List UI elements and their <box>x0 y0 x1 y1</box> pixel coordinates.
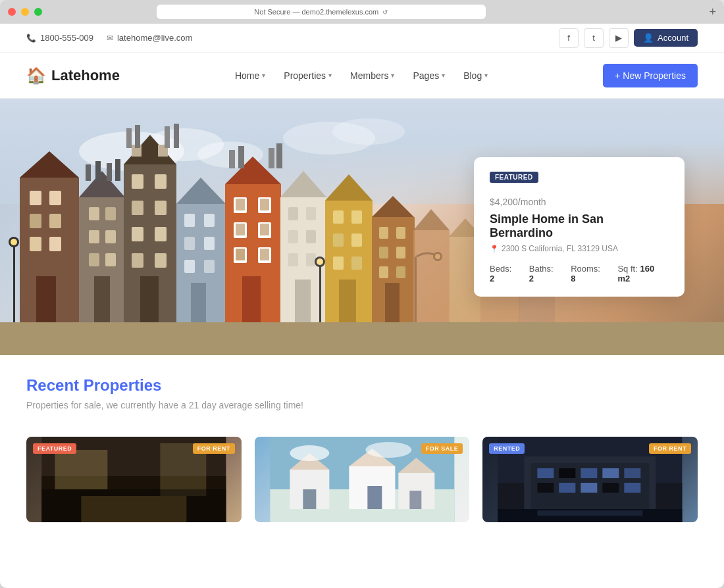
svg-rect-93 <box>339 280 356 322</box>
twitter-button[interactable]: t <box>584 28 604 48</box>
svg-rect-132 <box>409 491 421 509</box>
account-icon: 👤 <box>643 33 654 43</box>
address-text: Not Secure — demo2.themelexus.com <box>254 8 378 16</box>
beds-detail: Beds: 2 <box>490 264 519 283</box>
svg-rect-24 <box>89 253 99 266</box>
property-card-2[interactable]: FOR SALE <box>255 437 470 522</box>
svg-rect-66 <box>260 224 269 235</box>
property-cards-row: FEATURED FOR RENT <box>0 437 724 535</box>
account-button[interactable]: 👤 Account <box>634 29 698 47</box>
youtube-button[interactable]: ▶ <box>609 28 629 48</box>
nav-members[interactable]: Members ▾ <box>350 70 394 81</box>
svg-rect-11 <box>49 214 61 228</box>
account-label: Account <box>658 33 688 43</box>
svg-rect-9 <box>49 191 61 205</box>
svg-rect-62 <box>260 199 269 210</box>
svg-rect-142 <box>603 468 619 478</box>
svg-rect-22 <box>89 230 99 243</box>
svg-rect-74 <box>269 148 274 168</box>
nav-home[interactable]: Home ▾ <box>235 70 265 81</box>
facebook-button[interactable]: f <box>559 28 579 48</box>
svg-rect-80 <box>288 230 298 243</box>
svg-rect-42 <box>155 253 167 268</box>
svg-rect-121 <box>81 496 186 522</box>
svg-rect-100 <box>396 227 405 239</box>
svg-rect-53 <box>204 237 215 250</box>
svg-rect-54 <box>184 260 195 273</box>
email-icon: ✉ <box>107 34 113 43</box>
svg-rect-35 <box>132 174 143 189</box>
svg-rect-26 <box>94 276 110 322</box>
svg-rect-37 <box>132 201 143 215</box>
hero-section: FEATURED $4,200/month Simple Home in San… <box>0 99 724 355</box>
svg-rect-146 <box>581 483 598 493</box>
svg-rect-90 <box>351 233 362 247</box>
svg-rect-101 <box>379 247 388 258</box>
new-properties-button[interactable]: + New Properties <box>603 64 698 87</box>
svg-rect-29 <box>107 163 112 181</box>
rooms-detail: Rooms: 8 <box>571 264 607 283</box>
minimize-dot[interactable] <box>21 8 29 16</box>
section-title: Recent Properties <box>26 376 698 395</box>
sqft-detail: Sq ft: 160 m2 <box>617 264 669 283</box>
svg-rect-129 <box>367 486 382 509</box>
svg-marker-110 <box>413 209 450 230</box>
location-icon: 📍 <box>490 245 499 253</box>
svg-rect-56 <box>191 283 206 322</box>
chevron-down-icon: ▾ <box>442 72 445 79</box>
svg-rect-94 <box>319 263 321 322</box>
address-bar[interactable]: Not Secure — demo2.themelexus.com ↺ <box>157 5 486 19</box>
nav-blog[interactable]: Blog ▾ <box>463 70 488 81</box>
svg-rect-147 <box>603 483 619 493</box>
chevron-down-icon: ▾ <box>391 72 394 79</box>
nav-links: Home ▾ Properties ▾ Members ▾ Pages ▾ Bl… <box>235 70 488 81</box>
logo-text: Latehome <box>51 67 120 84</box>
badge-for-sale: FOR SALE <box>421 443 463 454</box>
svg-rect-14 <box>36 276 56 322</box>
svg-rect-88 <box>351 210 362 224</box>
svg-rect-60 <box>236 199 245 210</box>
svg-marker-98 <box>372 196 414 217</box>
svg-marker-49 <box>176 178 226 204</box>
nav-properties[interactable]: Properties ▾ <box>284 70 332 81</box>
svg-rect-5 <box>0 322 724 355</box>
new-properties-label: + New Properties <box>615 70 686 81</box>
svg-rect-10 <box>30 214 41 228</box>
nav-pages[interactable]: Pages ▾ <box>413 70 445 81</box>
svg-rect-41 <box>132 253 143 268</box>
maximize-dot[interactable] <box>34 8 42 16</box>
svg-rect-104 <box>396 266 405 278</box>
svg-rect-140 <box>559 468 576 478</box>
property-card-1[interactable]: FEATURED FOR RENT <box>26 437 242 522</box>
featured-badge: FEATURED <box>490 172 538 183</box>
svg-rect-30 <box>115 159 120 181</box>
svg-point-134 <box>365 442 411 458</box>
close-dot[interactable] <box>8 8 16 16</box>
svg-rect-55 <box>204 260 215 273</box>
recent-properties-section: Recent Properties Properties for sale, w… <box>0 355 724 437</box>
svg-rect-52 <box>184 237 195 250</box>
svg-rect-75 <box>276 143 282 168</box>
section-subtitle: Properties for sale, we currently have a… <box>26 400 698 410</box>
main-navigation: 🏠 Latehome Home ▾ Properties ▾ Members ▾… <box>0 53 724 99</box>
svg-rect-73 <box>238 146 244 168</box>
property-name: Simple Home in San Bernardino <box>490 212 669 240</box>
svg-rect-64 <box>236 224 245 235</box>
badge-for-rent-3: FOR RENT <box>649 443 691 454</box>
svg-rect-44 <box>126 128 132 148</box>
refresh-icon[interactable]: ↺ <box>382 9 388 16</box>
svg-rect-51 <box>204 214 215 227</box>
svg-rect-82 <box>288 253 298 266</box>
property-card-3[interactable]: RENTED FOR RENT <box>482 437 698 522</box>
top-bar: 📞 1800-555-009 ✉ latehome@live.com f t ▶… <box>0 24 724 53</box>
svg-point-17 <box>11 239 17 245</box>
new-tab-button[interactable]: + <box>709 6 716 18</box>
svg-rect-8 <box>30 191 41 205</box>
top-bar-actions: f t ▶ 👤 Account <box>559 28 698 48</box>
site-logo[interactable]: 🏠 Latehome <box>26 66 120 85</box>
svg-rect-13 <box>49 237 61 251</box>
email-address: latehome@live.com <box>117 33 192 43</box>
price-period: /month <box>518 197 546 207</box>
svg-rect-84 <box>295 280 311 322</box>
featured-property-card[interactable]: FEATURED $4,200/month Simple Home in San… <box>474 157 685 297</box>
